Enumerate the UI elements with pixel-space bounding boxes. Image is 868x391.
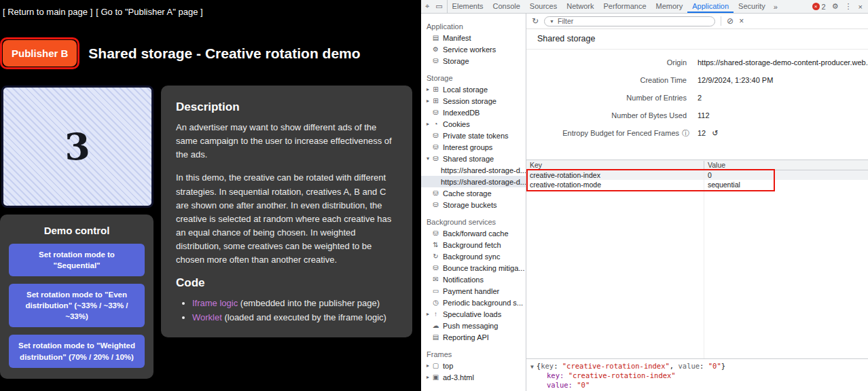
sidebar-item-label: Background fetch (443, 241, 501, 249)
sidebar-item[interactable]: Frames (421, 348, 526, 360)
rotation-mode-button[interactable]: Set rotation mode to "Even distribution"… (9, 284, 145, 327)
sidebar-item[interactable]: Storage (421, 72, 526, 83)
sidebar-item[interactable]: ⛁ Storage (421, 55, 526, 67)
sidebar-item[interactable]: ▸ ◔ Cookies (421, 118, 526, 130)
frame-icon: ▢ (431, 362, 440, 369)
sidebar-item[interactable]: ⛁ Interest groups (421, 141, 526, 153)
toolbar-divider (721, 16, 721, 26)
inspect-element-icon[interactable]: ⌖ (425, 2, 429, 11)
gear-icon[interactable]: ⚙ (832, 2, 839, 11)
device-toolbar-icon[interactable]: ▭ (435, 2, 442, 11)
sidebar-item[interactable]: ▤ Reporting API (421, 331, 526, 343)
top-link[interactable]: [ Go to "Publisher A" page ] (96, 7, 202, 17)
description-paragraph: An advertiser may want to show different… (176, 121, 397, 162)
sidebar-item[interactable]: ▾ ⛁ Shared storage (421, 153, 526, 164)
database-icon: ⛁ (431, 264, 440, 272)
metadata-value: 2 (698, 94, 708, 102)
devtools-tab[interactable]: Sources (525, 0, 562, 13)
sidebar-item[interactable]: ⇅ Background fetch (421, 239, 526, 250)
database-icon: ⛁ (431, 132, 440, 139)
worker-gear-icon: ⚙ (431, 45, 440, 53)
code-list-item: Iframe logic (embedded into the publishe… (192, 297, 397, 311)
card-icon: ▭ (431, 287, 440, 295)
annotation-box-publisher-b: Publisher B (0, 37, 79, 69)
devtools-tab[interactable]: Network (562, 0, 598, 13)
clear-icon[interactable]: × (739, 16, 744, 26)
sidebar-item[interactable]: Application (421, 20, 526, 32)
error-count: 2 (822, 3, 826, 11)
devtools-tab[interactable]: Elements (448, 0, 488, 13)
error-count-badge[interactable]: × 2 (812, 3, 826, 11)
sidebar-item[interactable]: ⚙ Service workers (421, 43, 526, 55)
preview-token: , (670, 362, 679, 370)
sidebar-item-label: top (443, 362, 453, 370)
preview-token: value (678, 362, 700, 370)
code-heading: Code (176, 276, 397, 290)
sidebar-item[interactable]: ▸ ▢ top (421, 360, 526, 371)
sidebar-item[interactable]: ⛁ Back/forward cache (421, 227, 526, 239)
devtools-tab[interactable]: Security (734, 0, 770, 13)
refresh-icon[interactable]: ↻ (532, 16, 539, 26)
devtools-tab[interactable]: Console (488, 0, 524, 13)
metadata-row: Entropy Budget for Fenced Framesⓘ 12↺ (526, 124, 868, 142)
sidebar-item-label: ad-3.html (443, 373, 474, 381)
storage-metadata: Origin https://shared-storage-demo-conte… (526, 50, 868, 160)
top-link[interactable]: [ Return to main page ] (3, 7, 92, 17)
expand-arrow-icon[interactable]: ▸ (424, 374, 431, 380)
sidebar-item[interactable]: ▭ Payment handler (421, 285, 526, 297)
sidebar-item[interactable]: ▸ ↑ Speculative loads (421, 308, 526, 320)
filter-input[interactable]: ▼ Filter (544, 16, 715, 26)
sidebar-item[interactable]: ⛁ Cache storage (421, 187, 526, 199)
sidebar-item[interactable]: ⛁ Private state tokens (421, 130, 526, 141)
code-link[interactable]: Worklet (192, 312, 222, 322)
sidebar-item[interactable]: ☁ Push messaging (421, 320, 526, 331)
storage-entry-row[interactable]: creative-rotation-index 0 (526, 170, 868, 180)
sidebar-item[interactable]: ⛁ Bounce tracking mitiga... (421, 262, 526, 274)
sidebar-item[interactable]: Background services (421, 216, 526, 227)
sidebar-item[interactable]: ▸ ⊞ Session storage (421, 95, 526, 107)
code-link[interactable]: Iframe logic (192, 298, 238, 308)
sidebar-item-label: Local storage (443, 86, 488, 94)
sidebar-item-label: Shared storage (443, 155, 494, 163)
sidebar-item[interactable]: ▤ Manifest (421, 32, 526, 43)
expand-arrow-icon[interactable]: ▸ (424, 98, 431, 104)
info-icon[interactable]: ⓘ (682, 129, 689, 137)
expand-arrow-icon[interactable]: ▸ (424, 362, 431, 369)
devtools-tab[interactable]: Application (687, 0, 734, 13)
property-value: "0" (577, 381, 590, 389)
close-icon[interactable]: × (858, 3, 863, 11)
expand-arrow-icon[interactable]: ▸ (424, 121, 431, 127)
collapse-arrow-icon[interactable]: ▼ (530, 364, 534, 370)
rotation-mode-button[interactable]: Set rotation mode to "Weighted distribut… (9, 335, 145, 367)
sidebar-item-label: Background sync (443, 253, 500, 261)
reset-budget-icon[interactable]: ↺ (712, 129, 718, 137)
sidebar-item[interactable]: ✉ Notifications (421, 274, 526, 285)
expand-arrow-icon[interactable]: ▾ (424, 155, 431, 162)
iframe-icon: ▣ (431, 373, 440, 381)
sidebar-item-label: Service workers (443, 45, 496, 54)
entry-value-cell: 0 (704, 171, 868, 179)
sidebar-item[interactable]: ⛁ IndexedDB (421, 107, 526, 118)
preview-token: : (700, 362, 708, 370)
sidebar-item[interactable]: https://shared-storage-d... (421, 164, 526, 176)
sidebar-item[interactable]: https://shared-storage-d... (421, 176, 526, 187)
rotation-mode-button[interactable]: Set rotation mode to "Sequential" (9, 244, 145, 276)
sidebar-item[interactable]: ↻ Background sync (421, 250, 526, 262)
publisher-b-badge[interactable]: Publisher B (3, 40, 77, 67)
expand-arrow-icon[interactable]: ▸ (424, 86, 431, 92)
kebab-menu-icon[interactable]: ⋮ (845, 2, 852, 11)
storage-entry-row[interactable]: creative-rotation-mode sequential (526, 180, 868, 189)
sidebar-item-label: Application (427, 22, 463, 31)
devtools-tab[interactable]: Memory (651, 0, 688, 13)
more-tabs-icon[interactable]: » (770, 0, 781, 13)
filter-placeholder: Filter (558, 17, 573, 25)
sidebar-item[interactable]: ◷ Periodic background s... (421, 297, 526, 308)
sidebar-item[interactable]: ▸ ▣ ad-3.html (421, 371, 526, 383)
expand-arrow-icon[interactable]: ▸ (424, 311, 431, 317)
sidebar-item[interactable]: ⛁ Storage buckets (421, 199, 526, 210)
page-content: 3 Demo control Set rotation mode to "Seq… (0, 86, 421, 379)
devtools-tab[interactable]: Performance (599, 0, 651, 13)
demo-control-title: Demo control (9, 225, 145, 236)
block-icon[interactable]: ⊘ (727, 16, 734, 26)
sidebar-item[interactable]: ▸ ⊞ Local storage (421, 83, 526, 95)
